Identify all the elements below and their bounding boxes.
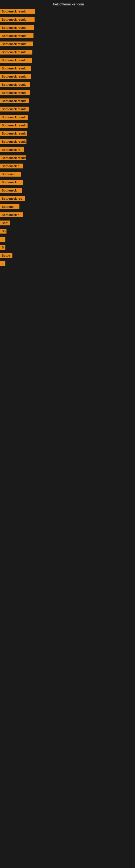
bar-label: Bottleneck result xyxy=(0,25,34,30)
bar-row: Bottleneck res xyxy=(0,194,135,203)
bar-label: Bottleneck result xyxy=(0,106,29,112)
bar-row: Bottleneck r xyxy=(0,162,135,170)
bar-row: Bo xyxy=(0,227,135,235)
bar-label: Bottleneck result xyxy=(0,74,31,79)
bar-row: Bott xyxy=(0,219,135,227)
bar-row: Bottleneck result xyxy=(0,81,135,89)
bar-row: Bottlene xyxy=(0,203,135,211)
bar-label: B xyxy=(0,245,5,250)
bar-row: Bottleneck result xyxy=(0,40,135,48)
bar-label: | xyxy=(0,237,5,242)
bar-label: Bottlenec xyxy=(0,172,21,177)
bar-label: Bottleneck result xyxy=(0,115,28,120)
bar-label: Bottleneck res xyxy=(0,196,25,201)
bar-label: Bo xyxy=(0,229,6,234)
bar-label: Bottleneck result xyxy=(0,98,29,103)
bar-row: Bottleneck result xyxy=(0,16,135,24)
bar-row: Bottleneck result xyxy=(0,129,135,137)
bar-label: Bottleneck r xyxy=(0,163,23,168)
bar-row: Bottleneck result xyxy=(0,7,135,16)
bars-container: Bottleneck resultBottleneck resultBottle… xyxy=(0,7,135,268)
bar-row: Bottleneck result xyxy=(0,97,135,105)
bar-label: Bottleneck r xyxy=(0,180,23,185)
bar-label: Bottleneck result xyxy=(0,58,32,63)
bar-row: Bottleneck r xyxy=(0,211,135,219)
bar-label: Bottleneck result xyxy=(0,41,33,46)
bar-row: Bottleneck result xyxy=(0,64,135,72)
bar-label: Bottleneck r xyxy=(0,212,23,217)
bar-row: Bottleneck result xyxy=(0,56,135,64)
bar-row: Bottlenec xyxy=(0,170,135,178)
bar-row: | xyxy=(0,235,135,243)
bar-label: Bottleneck result xyxy=(0,66,31,71)
bar-label: Bottleneck result xyxy=(0,17,35,22)
bar-label: Bottlene xyxy=(0,204,19,209)
bar-row: | xyxy=(0,259,135,268)
bar-label: Bottleneck result xyxy=(0,155,26,160)
bar-row: Bottleneck result xyxy=(0,113,135,121)
bar-label: Bottleneck result xyxy=(0,90,30,95)
bar-row: Bottleneck r xyxy=(0,178,135,186)
bar-label: Bottleneck result xyxy=(0,123,28,128)
site-title: TheBottlenecker.com xyxy=(51,2,84,6)
bar-label: Bottleneck result xyxy=(0,50,32,55)
bar-row: B xyxy=(0,243,135,251)
bar-row: Bottleneck result xyxy=(0,121,135,129)
bar-label: | xyxy=(0,261,5,266)
bar-row: Bottle xyxy=(0,251,135,259)
bar-label: Bott xyxy=(0,220,10,225)
bar-row: Bottleneck result xyxy=(0,72,135,81)
bar-label: Bottleneck result xyxy=(0,82,30,87)
bar-label: Bottleneck result xyxy=(0,139,27,144)
site-header: TheBottlenecker.com xyxy=(0,0,135,7)
bar-label: Bottleneck result xyxy=(0,131,27,136)
bar-row: Bottleneck result xyxy=(0,105,135,113)
bar-row: Bottleneck re xyxy=(0,146,135,154)
bar-label: Bottleneck result xyxy=(0,33,34,38)
bar-row: Bottleneck xyxy=(0,186,135,194)
bar-row: Bottleneck result xyxy=(0,89,135,97)
bar-row: Bottleneck result xyxy=(0,154,135,162)
bar-label: Bottleneck re xyxy=(0,147,24,152)
bar-row: Bottleneck result xyxy=(0,137,135,146)
bar-label: Bottleneck xyxy=(0,188,22,193)
bar-label: Bottle xyxy=(0,253,12,258)
bar-row: Bottleneck result xyxy=(0,48,135,56)
bar-label: Bottleneck result xyxy=(0,9,35,14)
bar-row: Bottleneck result xyxy=(0,32,135,40)
bar-row: Bottleneck result xyxy=(0,24,135,32)
